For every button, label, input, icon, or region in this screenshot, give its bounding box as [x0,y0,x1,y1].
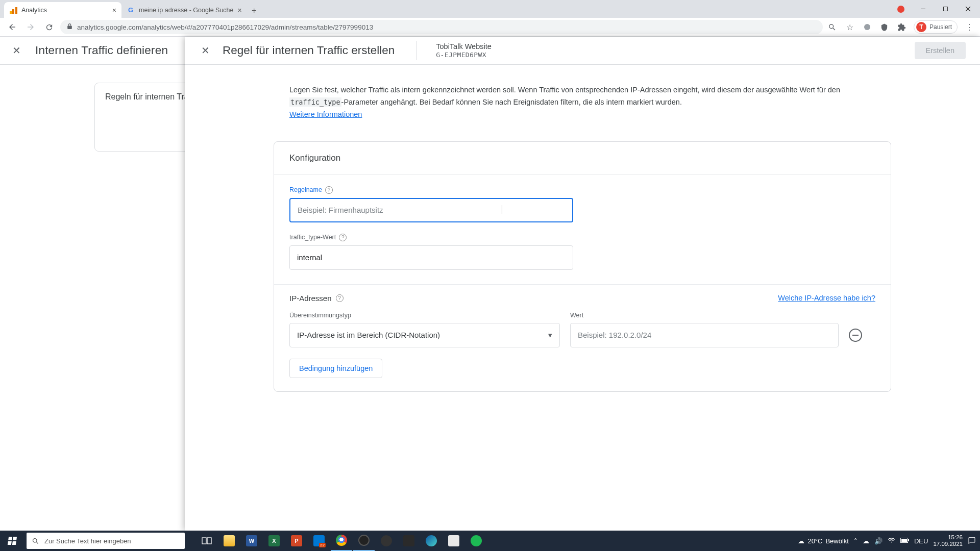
svg-rect-1 [943,7,947,11]
app-icon-1[interactable] [376,531,397,551]
profile-avatar: T [916,22,926,32]
tab-title: meine ip adresse - Google Suche [139,7,234,14]
traffic-type-input[interactable] [289,245,573,270]
obs-icon[interactable] [353,531,375,551]
taskbar-clock[interactable]: 15:26 17.09.2021 [933,534,963,547]
stream-id: G-EJPMED6PWX [436,51,492,59]
ip-condition-row: IP-Adresse ist im Bereich (CIDR-Notation… [289,323,875,347]
volume-icon[interactable]: 🔊 [874,537,883,545]
notepad-icon[interactable] [443,531,464,551]
browser-tab-google-search[interactable]: G meine ip adresse - Google Suche × [121,2,247,18]
start-button[interactable] [0,531,24,551]
onedrive-icon[interactable]: ☁ [863,537,869,545]
window-controls [897,0,980,18]
analytics-favicon [9,6,17,14]
app-icon-2[interactable] [398,531,420,551]
weather-desc: Bewölkt [825,537,849,545]
extensions-icon[interactable] [896,21,908,33]
google-favicon: G [127,6,135,14]
help-icon[interactable]: ? [339,234,347,241]
excel-icon[interactable]: X [263,531,285,551]
divider [416,41,416,60]
traffic-type-label: traffic_type-Wert ? [289,234,875,241]
close-icon[interactable]: ✕ [199,44,211,57]
intro-code: traffic_type [289,97,341,107]
edge-icon[interactable] [421,531,442,551]
system-tray: ☁ 20°C Bewölkt ˄ ☁ 🔊 DEU 15:26 17.09.202… [798,534,980,547]
profile-state: Pausiert [929,23,952,31]
text-caret [502,205,502,214]
minimize-button[interactable] [912,2,934,17]
stream-name: TobiTalk Website [436,42,492,51]
weather-cloud-icon: ☁ [798,537,804,545]
zoom-icon[interactable] [827,21,838,33]
powerpoint-icon[interactable]: P [286,531,307,551]
svg-rect-7 [202,538,206,544]
remove-condition-button[interactable] [849,329,862,342]
addr-bar-actions: ☆ T Pausiert ⋮ [827,20,975,34]
reload-button[interactable] [42,20,56,34]
translate-icon[interactable] [879,21,890,33]
card-body: Regelname ? traffic_type-Wert ? [274,175,891,391]
window-close-button[interactable] [957,2,979,17]
profile-dot-icon[interactable] [897,6,904,13]
clock-time: 15:26 [933,534,963,541]
close-icon[interactable]: × [112,6,116,14]
help-icon[interactable]: ? [325,186,333,194]
help-icon[interactable]: ? [336,294,344,302]
more-info-link[interactable]: Weitere Informationen [289,110,362,118]
weather-temp: 20°C [807,537,822,545]
file-explorer-icon[interactable] [218,531,240,551]
kebab-menu-icon[interactable]: ⋮ [964,21,975,33]
page-viewport: ✕ Internen Traffic definieren Regeln für… [0,37,980,531]
which-ip-link[interactable]: Welche IP-Adresse habe ich? [778,294,875,302]
svg-line-6 [36,542,38,543]
task-view-icon[interactable] [196,531,217,551]
forward-button[interactable] [23,20,38,34]
clock-date: 17.09.2021 [933,541,963,547]
ip-section-header: IP-Adressen ? Welche IP-Adresse habe ich… [289,294,875,303]
tray-chevron-icon[interactable]: ˄ [854,537,857,545]
match-type-label: Übereinstimmungstyp [289,312,560,319]
new-tab-button[interactable]: + [247,4,261,18]
profile-chip[interactable]: T Pausiert [914,20,958,34]
mail-icon[interactable]: 22 [308,531,330,551]
bookmark-star-icon[interactable]: ☆ [844,21,855,33]
ip-value-input[interactable] [570,323,839,347]
intro-text: Legen Sie fest, welcher Traffic als inte… [289,84,875,121]
chrome-icon[interactable] [331,531,352,551]
svg-rect-8 [207,538,211,544]
spotify-icon[interactable] [465,531,487,551]
taskbar-search[interactable]: Zur Suche Text hier eingeben [27,533,185,549]
stream-info: TobiTalk Website G-EJPMED6PWX [436,42,492,59]
svg-point-4 [864,24,870,30]
incognito-icon[interactable] [862,21,873,33]
browser-tab-analytics[interactable]: Analytics × [4,2,121,18]
wifi-icon[interactable] [888,536,895,545]
add-condition-button[interactable]: Bedingung hinzufügen [289,359,382,378]
weather-widget[interactable]: ☁ 20°C Bewölkt [798,537,849,545]
back-button[interactable] [5,20,19,34]
word-icon[interactable]: W [241,531,262,551]
create-rule-modal: ✕ Regel für internen Traffic erstellen T… [185,37,980,531]
intro-pre: Legen Sie fest, welcher Traffic als inte… [289,86,840,94]
close-icon[interactable]: ✕ [10,44,22,57]
value-label: Wert [570,312,583,319]
select-value: IP-Adresse ist im Bereich (CIDR-Notation… [297,331,440,339]
url-field[interactable]: analytics.google.com/analytics/web/#/a20… [60,20,823,34]
notifications-icon[interactable] [968,536,976,546]
modal-title: Regel für internen Traffic erstellen [223,44,395,57]
match-type-select[interactable]: IP-Adresse ist im Bereich (CIDR-Notation… [289,323,560,347]
language-indicator[interactable]: DEU [914,537,928,545]
search-placeholder: Zur Suche Text hier eingeben [44,537,131,545]
browser-tabstrip: Analytics × G meine ip adresse - Google … [0,0,980,18]
battery-icon[interactable] [900,537,909,545]
label-text: IP-Adressen [289,294,332,303]
create-button[interactable]: Erstellen [915,42,966,59]
close-icon[interactable]: × [238,6,242,14]
maximize-button[interactable] [934,2,957,17]
svg-point-5 [33,538,37,542]
intro-post: -Parameter angehängt. Bei Bedarf können … [341,98,682,106]
rule-name-input[interactable] [289,198,573,222]
divider [274,284,891,285]
